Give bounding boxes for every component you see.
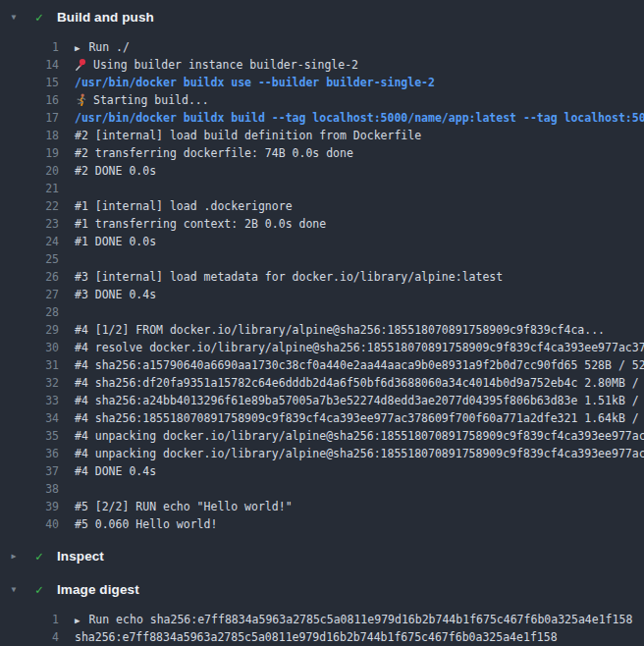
log-line: 14Using builder instance builder-single-… (0, 56, 644, 74)
line-number[interactable]: 14 (0, 56, 59, 74)
line-number[interactable]: 4 (0, 628, 59, 646)
line-number[interactable]: 28 (0, 303, 59, 321)
log-text: #3 DONE 0.4s (75, 286, 156, 303)
chevron-right-icon[interactable]: ▶ (75, 616, 80, 625)
line-number[interactable]: 20 (0, 162, 59, 180)
line-number[interactable]: 35 (0, 427, 59, 445)
line-number[interactable]: 31 (0, 356, 59, 374)
log-line: 38 (0, 480, 644, 498)
log-line: 39#5 [2/2] RUN echo "Hello world!" (0, 498, 644, 515)
log-text: #1 DONE 0.0s (75, 233, 156, 250)
check-icon: ✓ (31, 582, 47, 597)
line-number[interactable]: 24 (0, 233, 59, 250)
section-inspect: ▶ ✓ Inspect (0, 539, 644, 572)
line-number[interactable]: 32 (0, 374, 59, 392)
log-text: #4 unpacking docker.io/library/alpine@sh… (75, 445, 644, 462)
log-text: #2 [internal] load build definition from… (75, 127, 421, 144)
line-number[interactable]: 26 (0, 268, 59, 286)
log-line: 4sha256:e7ff8834a5963a2785c5a0811e979d16… (0, 628, 644, 646)
section-build-and-push: ▼ ✓ Build and push 1▶Run ./14Using build… (0, 0, 644, 539)
log-text: #4 resolve docker.io/library/alpine@sha2… (75, 339, 644, 356)
line-number[interactable]: 40 (0, 515, 59, 533)
runner-icon (75, 93, 87, 106)
line-number[interactable]: 27 (0, 286, 59, 303)
line-number[interactable]: 21 (0, 180, 59, 197)
log-line: 35#4 unpacking docker.io/library/alpine@… (0, 427, 644, 445)
log-text: #4 sha256:185518070891758909c9f839cf4ca3… (75, 409, 644, 427)
line-number[interactable]: 1 (0, 611, 59, 628)
log-line: 28 (0, 303, 644, 321)
log-line: 32#4 sha256:df20fa9351a15782c64e6dddb2d4… (0, 374, 644, 392)
line-number[interactable]: 25 (0, 250, 59, 268)
log-line: 23#1 transferring context: 2B 0.0s done (0, 215, 644, 233)
chevron-right-icon[interactable]: ▶ (8, 552, 20, 561)
log-text: #2 DONE 0.0s (75, 162, 156, 180)
line-number[interactable]: 30 (0, 339, 59, 356)
log-line: 31#4 sha256:a15790640a6690aa1730c38cf0a4… (0, 356, 644, 374)
chevron-down-icon[interactable]: ▼ (8, 13, 20, 22)
log-line: 1▶Run echo sha256:e7ff8834a5963a2785c5a0… (0, 611, 644, 628)
log-line: 19#2 transferring dockerfile: 74B 0.0s d… (0, 144, 644, 162)
log-line: 40#5 0.060 Hello world! (0, 515, 644, 533)
log-lines-build-and-push: 1▶Run ./14Using builder instance builder… (0, 33, 644, 539)
section-header-image-digest[interactable]: ▼ ✓ Image digest (0, 572, 644, 606)
line-number[interactable]: 36 (0, 445, 59, 462)
line-number[interactable]: 34 (0, 409, 59, 427)
log-line: 37#4 DONE 0.4s (0, 462, 644, 480)
log-text: #5 0.060 Hello world! (75, 515, 217, 533)
actions-log-viewer: { "colors": { "background": "#262c36", "… (0, 0, 644, 646)
log-line: 20#2 DONE 0.0s (0, 162, 644, 180)
chevron-down-icon[interactable]: ▼ (8, 585, 20, 594)
check-icon: ✓ (31, 549, 47, 564)
line-number[interactable]: 16 (0, 91, 59, 109)
log-line: 26#3 [internal] load metadata for docker… (0, 268, 644, 286)
group-toggle[interactable]: ▶Run echo sha256:e7ff8834a5963a2785c5a08… (75, 611, 632, 628)
command-text: /usr/bin/docker buildx use --builder bui… (75, 74, 435, 91)
line-number[interactable]: 17 (0, 109, 59, 127)
log-text: #4 [1/2] FROM docker.io/library/alpine@s… (75, 321, 605, 339)
line-number[interactable]: 22 (0, 197, 59, 215)
line-number[interactable]: 33 (0, 392, 59, 409)
line-number[interactable]: 39 (0, 498, 59, 515)
log-line: 33#4 sha256:a24bb4013296f61e89ba57005a7b… (0, 392, 644, 409)
line-number[interactable]: 15 (0, 74, 59, 91)
log-line: 21 (0, 180, 644, 197)
command-text: /usr/bin/docker buildx build --tag local… (75, 109, 644, 127)
line-number[interactable]: 38 (0, 480, 59, 498)
pushpin-icon (75, 58, 87, 71)
log-text: #5 [2/2] RUN echo "Hello world!" (75, 498, 293, 515)
log-text: #1 transferring context: 2B 0.0s done (75, 215, 326, 233)
log-text: #1 [internal] load .dockerignore (75, 197, 293, 215)
group-toggle[interactable]: ▶Run ./ (75, 38, 130, 56)
line-number[interactable]: 19 (0, 144, 59, 162)
line-number[interactable]: 23 (0, 215, 59, 233)
section-header-inspect[interactable]: ▶ ✓ Inspect (0, 539, 644, 572)
log-text: #2 transferring dockerfile: 74B 0.0s don… (75, 144, 353, 162)
line-number[interactable]: 18 (0, 127, 59, 144)
log-line: 30#4 resolve docker.io/library/alpine@sh… (0, 339, 644, 356)
log-line: 1▶Run ./ (0, 38, 644, 56)
log-container: ▼ ✓ Build and push 1▶Run ./14Using build… (0, 0, 644, 646)
log-line: 15/usr/bin/docker buildx use --builder b… (0, 74, 644, 91)
log-line: 18#2 [internal] load build definition fr… (0, 127, 644, 144)
section-title: Inspect (57, 549, 104, 564)
log-text: #4 unpacking docker.io/library/alpine@sh… (75, 427, 644, 445)
section-header-build-and-push[interactable]: ▼ ✓ Build and push (0, 0, 644, 33)
line-number[interactable]: 29 (0, 321, 59, 339)
log-text: #3 [internal] load metadata for docker.i… (75, 268, 503, 286)
log-line: 36#4 unpacking docker.io/library/alpine@… (0, 445, 644, 462)
log-line: 27#3 DONE 0.4s (0, 286, 644, 303)
chevron-right-icon[interactable]: ▶ (75, 43, 80, 53)
log-text: #4 DONE 0.4s (75, 462, 156, 480)
log-text: Starting build... (75, 91, 209, 109)
line-number[interactable]: 1 (0, 38, 59, 56)
log-line: 17/usr/bin/docker buildx build --tag loc… (0, 109, 644, 127)
log-line: 24#1 DONE 0.0s (0, 233, 644, 250)
log-text: sha256:e7ff8834a5963a2785c5a0811e979d16b… (75, 628, 558, 646)
check-icon: ✓ (31, 10, 47, 25)
log-line: 34#4 sha256:185518070891758909c9f839cf4c… (0, 409, 644, 427)
section-title: Image digest (57, 582, 139, 597)
line-number[interactable]: 37 (0, 462, 59, 480)
section-title: Build and push (57, 10, 154, 25)
section-image-digest: ▼ ✓ Image digest 1▶Run echo sha256:e7ff8… (0, 572, 644, 646)
